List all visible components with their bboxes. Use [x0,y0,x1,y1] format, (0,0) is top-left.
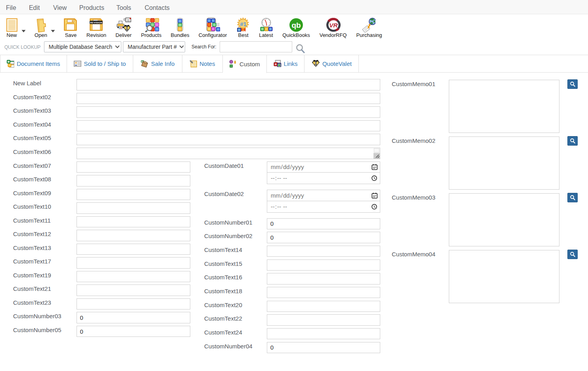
svg-text:#1: #1 [240,21,246,27]
svg-text:qb: qb [291,21,301,29]
svg-text:VR: VR [329,22,338,29]
svg-text:REVISION: REVISION [90,21,102,24]
